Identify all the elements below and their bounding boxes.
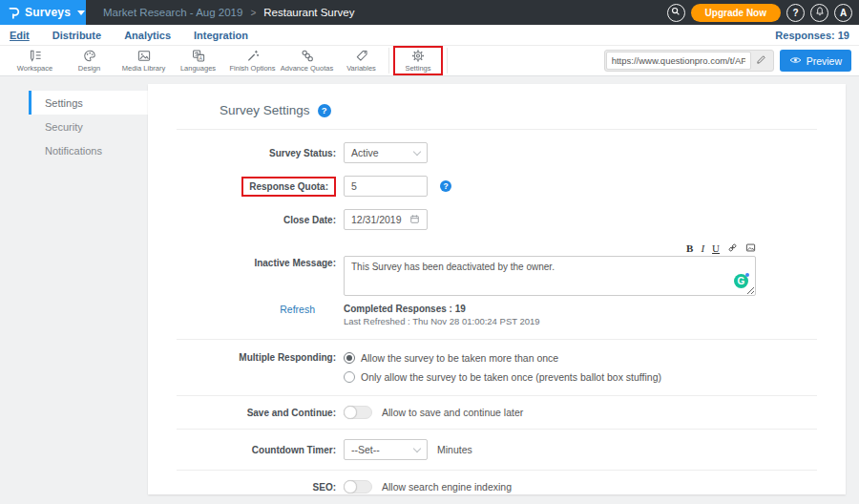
tab-distribute[interactable]: Distribute: [52, 30, 101, 41]
settings-sidebar: Settings Security Notifications: [29, 91, 148, 494]
toolbar-item-media-library[interactable]: Media Library: [116, 46, 171, 75]
close-date-label: Close Date:: [177, 215, 336, 225]
section-divider: [177, 129, 817, 130]
breadcrumb: Market Research - Aug 2019 > Restaurant …: [103, 7, 354, 18]
page-body: Settings Security Notifications Survey S…: [0, 76, 859, 504]
survey-status-select[interactable]: Active: [344, 142, 428, 163]
underline-button[interactable]: U: [712, 243, 720, 254]
close-date-input[interactable]: 12/31/2019: [344, 209, 428, 230]
survey-settings-help-icon[interactable]: ?: [318, 104, 331, 117]
notifications-button[interactable]: [810, 4, 828, 22]
workspace-icon: [28, 49, 43, 63]
help-button[interactable]: ?: [786, 4, 805, 22]
chevron-down-icon: [413, 444, 421, 452]
survey-url-input[interactable]: [606, 52, 751, 70]
pencil-icon: [756, 53, 766, 68]
question-mark-icon: ?: [792, 8, 798, 18]
calendar-icon: [409, 214, 420, 226]
countdown-timer-select[interactable]: --Set--: [344, 439, 428, 460]
product-name: Surveys: [25, 6, 71, 19]
search-button[interactable]: [667, 4, 685, 22]
response-quota-highlight: Response Quota:: [241, 177, 336, 197]
upgrade-now-button[interactable]: Upgrade Now: [691, 4, 781, 22]
countdown-timer-label: Countdown Timer:: [177, 445, 336, 455]
search-icon: [670, 6, 681, 19]
seo-label: SEO:: [177, 482, 336, 493]
grammarly-icon[interactable]: G: [734, 274, 748, 288]
top-bar: Surveys Market Research - Aug 2019 > Res…: [0, 0, 859, 25]
last-refreshed-text: Last Refreshed : Thu Nov 28 01:00:24 PST…: [344, 316, 540, 326]
response-quota-input[interactable]: [344, 176, 428, 197]
sidebar-item-settings[interactable]: Settings: [29, 91, 148, 115]
page-title: Survey Settings: [220, 103, 310, 117]
account-avatar-button[interactable]: A: [834, 4, 852, 22]
section-divider: [177, 470, 817, 471]
countdown-timer-suffix: Minutes: [437, 444, 472, 455]
insert-link-icon[interactable]: [727, 242, 738, 255]
screen: Surveys Market Research - Aug 2019 > Res…: [0, 0, 859, 504]
radio-allow-once[interactable]: Only allow the survey to be taken once (…: [344, 371, 661, 383]
toolbar-divider: [388, 48, 389, 74]
section-divider: [177, 429, 817, 430]
toolbar-item-variables[interactable]: Variables: [334, 46, 388, 75]
chevron-down-icon: [77, 10, 85, 15]
insert-image-icon[interactable]: [745, 242, 756, 255]
toolbar-item-finish-options[interactable]: Finish Options: [225, 46, 280, 75]
save-and-continue-toggle[interactable]: [344, 406, 372, 419]
toolbar-item-settings[interactable]: Settings: [393, 46, 443, 75]
seo-toggle[interactable]: [344, 480, 372, 494]
save-and-continue-label: Save and Continue:: [177, 408, 336, 418]
toolbar-item-advance-quotas[interactable]: Advance Quotas: [280, 46, 334, 75]
section-divider: [177, 339, 817, 340]
avatar-initial: A: [840, 8, 847, 18]
media-library-icon: [136, 49, 152, 63]
save-and-continue-description: Allow to save and continue later: [382, 407, 523, 418]
breadcrumb-folder-link[interactable]: Market Research - Aug 2019: [103, 7, 242, 18]
italic-button[interactable]: I: [701, 243, 704, 254]
survey-url-group: [604, 50, 774, 72]
inactive-message-label: Inactive Message:: [177, 242, 336, 268]
design-palette-icon: [82, 49, 97, 63]
edit-url-button[interactable]: [751, 52, 772, 70]
tab-integration[interactable]: Integration: [194, 30, 248, 41]
languages-icon: A: [191, 49, 206, 63]
radio-icon: [344, 371, 355, 383]
survey-status-label: Survey Status:: [177, 148, 336, 158]
tab-analytics[interactable]: Analytics: [124, 30, 171, 41]
response-quota-help-icon[interactable]: ?: [440, 180, 451, 192]
eye-icon: [789, 55, 802, 67]
responses-count[interactable]: Responses: 19: [775, 30, 849, 41]
sidebar-item-security[interactable]: Security: [29, 115, 148, 138]
toolbar-item-languages[interactable]: A Languages: [171, 46, 225, 75]
toolbar-spacer: [448, 46, 604, 75]
inactive-message-textarea[interactable]: This Survey has been deactivated by the …: [344, 256, 756, 296]
finish-options-wand-icon: [245, 49, 261, 63]
settings-gear-icon: [410, 49, 426, 63]
toolbar-item-workspace[interactable]: Workspace: [8, 46, 62, 75]
tab-edit[interactable]: Edit: [10, 30, 30, 41]
toggle-knob: [344, 406, 357, 419]
main-nav: Edit Distribute Analytics Integration Re…: [0, 25, 859, 46]
questionpro-logo-icon: [8, 6, 20, 20]
breadcrumb-separator: >: [250, 8, 256, 18]
advance-quotas-chain-icon: [300, 49, 315, 63]
surveys-product-menu[interactable]: Surveys: [0, 0, 86, 25]
toggle-knob: [344, 480, 357, 494]
response-quota-label-cell: Response Quota:: [177, 177, 336, 197]
bold-button[interactable]: B: [686, 243, 693, 254]
radio-allow-multiple[interactable]: Allow the survey to be taken more than o…: [344, 352, 661, 364]
sidebar-item-notifications[interactable]: Notifications: [29, 138, 148, 162]
multiple-responding-label: Multiple Responding:: [177, 352, 336, 363]
topbar-actions: Upgrade Now ? A: [667, 4, 852, 22]
section-divider: [177, 395, 817, 396]
breadcrumb-current: Restaurant Survey: [263, 7, 354, 18]
toolbar-item-design[interactable]: Design: [62, 46, 116, 75]
variables-tag-icon: [354, 49, 369, 63]
settings-panel: Survey Settings ? Survey Status: Active …: [148, 84, 846, 494]
preview-button[interactable]: Preview: [780, 50, 851, 72]
text-editor-toolbar: B I U: [344, 242, 756, 254]
refresh-link[interactable]: Refresh: [280, 304, 315, 315]
bell-icon: [814, 6, 826, 19]
completed-responses-text: Completed Responses : 19: [344, 304, 540, 314]
seo-description: Allow search engine indexing: [382, 481, 512, 493]
